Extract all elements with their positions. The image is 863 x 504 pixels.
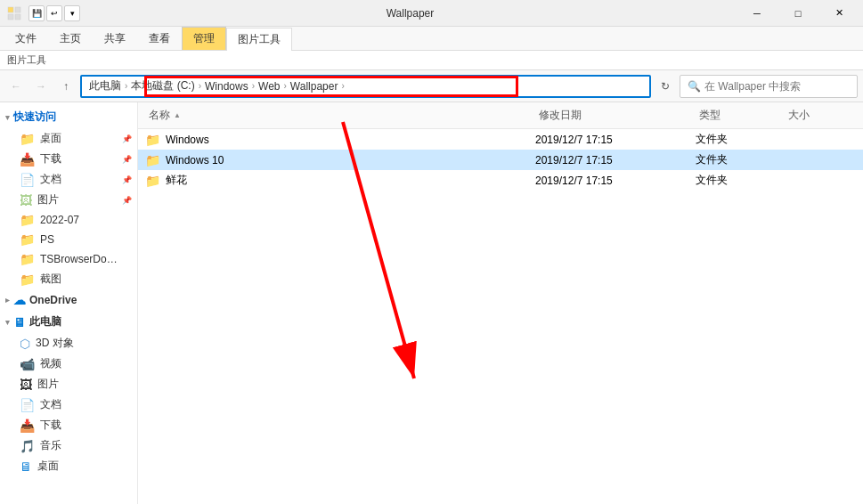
col-name[interactable]: 名称 ▲	[145, 106, 535, 125]
file-date-cell: 2019/12/7 17:15	[535, 134, 696, 146]
sidebar-item-label: 图片	[37, 192, 59, 207]
path-sep-2: ›	[199, 81, 201, 91]
col-date[interactable]: 修改日期	[535, 106, 696, 125]
svg-rect-1	[15, 7, 20, 12]
sidebar-item-label: 音乐	[40, 438, 61, 453]
sidebar-item-2022[interactable]: 📁 2022-07	[0, 210, 137, 230]
path-part-c[interactable]: 本地磁盘 (C:)	[131, 78, 194, 93]
nav-forward-button[interactable]: →	[30, 76, 52, 97]
close-button[interactable]: ✕	[818, 0, 859, 27]
folder-icon: 📁	[145, 153, 160, 167]
svg-rect-0	[8, 7, 13, 12]
col-size[interactable]: 大小	[785, 106, 856, 125]
filelist: 名称 ▲ 修改日期 类型 大小 📁 Windows 20	[138, 102, 863, 504]
col-type[interactable]: 类型	[696, 106, 785, 125]
sidebar-item-downloads[interactable]: 📥 下载 📌	[0, 149, 137, 169]
table-row[interactable]: 📁 Windows 2019/12/7 17:15 文件夹	[138, 129, 863, 150]
refresh-button[interactable]: ↻	[655, 76, 676, 97]
table-row[interactable]: 📁 Windows 10 2019/12/7 17:15 文件夹	[138, 150, 863, 170]
addressbar-path: 此电脑 › 本地磁盘 (C:) › Windows › Web › Wallpa…	[89, 78, 345, 93]
sidebar-item-desktop2[interactable]: 🖥 桌面	[0, 456, 137, 476]
addressbar-container: ← → ↑ 此电脑 › 本地磁盘 (C:) › Windows › Web › …	[0, 70, 863, 102]
sidebar-item-screenshot[interactable]: 📁 截图	[0, 269, 137, 289]
ribbon: 文件 主页 共享 查看 管理 图片工具 图片工具	[0, 27, 863, 70]
sidebar-item-label: 视频	[40, 356, 61, 371]
tab-file[interactable]: 文件	[4, 27, 48, 50]
path-part-windows[interactable]: Windows	[205, 80, 248, 93]
qat-dropdown[interactable]: ▾	[64, 5, 80, 21]
sidebar-item-3d[interactable]: ⬡ 3D 对象	[0, 333, 137, 354]
path-part-wallpaper[interactable]: Wallpaper	[290, 80, 338, 93]
pc-chevron: ▾	[5, 318, 10, 327]
sidebar-item-doc2[interactable]: 📄 文档	[0, 394, 137, 415]
sidebar-item-video[interactable]: 📹 视频	[0, 354, 137, 374]
col-name-label: 名称	[149, 108, 170, 123]
file-name-label: Windows 10	[166, 154, 224, 167]
sidebar-onedrive-header[interactable]: ▸ ☁ OneDrive	[0, 289, 137, 311]
sidebar-item-pic2[interactable]: 🖼 图片	[0, 374, 137, 394]
tab-home[interactable]: 主页	[48, 27, 93, 50]
path-part-web[interactable]: Web	[258, 80, 280, 93]
pin-icon: 📌	[122, 196, 132, 205]
sidebar-item-music[interactable]: 🎵 音乐	[0, 435, 137, 456]
file-name-label: 鲜花	[166, 173, 187, 188]
path-sep-1: ›	[125, 81, 127, 91]
sidebar-item-tsbrowser[interactable]: 📁 TSBrowserDownlc	[0, 249, 137, 269]
quick-access-chevron: ▾	[5, 113, 10, 122]
filelist-header: 名称 ▲ 修改日期 类型 大小	[138, 102, 863, 129]
file-type-cell: 文件夹	[696, 152, 785, 167]
tab-manage[interactable]: 管理	[182, 27, 226, 50]
path-sep-5: ›	[341, 81, 344, 91]
onedrive-icon: ☁	[13, 293, 26, 307]
folder-icon: 📁	[145, 133, 160, 147]
sidebar-item-ps[interactable]: 📁 PS	[0, 230, 137, 249]
ribbon-tab-bar: 文件 主页 共享 查看 管理 图片工具	[0, 27, 863, 50]
file-name-cell: 📁 Windows 10	[145, 153, 535, 167]
sidebar-item-label: 3D 对象	[36, 336, 74, 351]
qat-save[interactable]: 💾	[28, 5, 45, 21]
path-part-pc[interactable]: 此电脑	[89, 78, 121, 93]
pc-icon: 🖥	[13, 315, 26, 329]
sort-icon: ▲	[174, 111, 181, 119]
titlebar-window-icon	[4, 6, 25, 20]
window-title: Wallpaper	[84, 7, 737, 20]
table-row[interactable]: 📁 鲜花 2019/12/7 17:15 文件夹	[138, 170, 863, 191]
nav-up-button[interactable]: ↑	[55, 76, 77, 97]
sidebar-item-documents[interactable]: 📄 文档 📌	[0, 169, 137, 190]
sidebar-item-label: 桌面	[37, 459, 59, 474]
doc-icon: 📄	[20, 398, 35, 412]
folder-pic-icon: 🖼	[20, 193, 32, 207]
search-input[interactable]	[704, 80, 850, 93]
sidebar-item-desktop[interactable]: 📁 桌面 📌	[0, 128, 137, 149]
qat-undo[interactable]: ↩	[46, 5, 62, 21]
sidebar-item-down2[interactable]: 📥 下载	[0, 415, 137, 435]
ribbon-tool-item[interactable]: 图片工具	[7, 53, 46, 67]
col-type-label: 类型	[699, 108, 721, 123]
tab-view[interactable]: 查看	[137, 27, 182, 50]
path-sep-3: ›	[252, 81, 255, 91]
svg-rect-3	[15, 14, 20, 20]
main-content-wrapper: 名称 ▲ 修改日期 类型 大小 📁 Windows 20	[138, 102, 863, 504]
folder-down-icon: 📥	[20, 152, 35, 167]
minimize-button[interactable]: ─	[737, 0, 778, 27]
searchbar[interactable]: 🔍	[680, 75, 858, 98]
maximize-button[interactable]: □	[778, 0, 818, 27]
pic-icon: 🖼	[20, 378, 32, 392]
sidebar-quick-access-header[interactable]: ▾ 快速访问	[0, 106, 137, 128]
titlebar: 💾 ↩ ▾ Wallpaper ─ □ ✕	[0, 0, 863, 27]
tab-picture-tools[interactable]: 图片工具	[226, 28, 292, 51]
main-area: ▾ 快速访问 📁 桌面 📌 📥 下载 📌 📄 文档 📌 🖼 图片 📌 📁 202…	[0, 102, 863, 504]
col-date-label: 修改日期	[539, 108, 582, 123]
addressbar[interactable]: 此电脑 › 本地磁盘 (C:) › Windows › Web › Wallpa…	[80, 75, 651, 98]
sidebar-item-label: 文档	[40, 397, 61, 412]
file-name-label: Windows	[166, 134, 209, 146]
tab-share[interactable]: 共享	[93, 27, 137, 50]
sidebar-item-label: TSBrowserDownlc	[40, 253, 120, 265]
sidebar-item-pictures[interactable]: 🖼 图片 📌	[0, 190, 137, 210]
file-name-cell: 📁 鲜花	[145, 173, 535, 188]
down-icon: 📥	[20, 419, 35, 433]
folder-doc-icon: 📄	[20, 173, 35, 187]
nav-back-button[interactable]: ←	[5, 76, 27, 97]
sidebar-item-label: 截图	[40, 272, 61, 287]
sidebar-pc-header[interactable]: ▾ 🖥 此电脑	[0, 311, 137, 333]
